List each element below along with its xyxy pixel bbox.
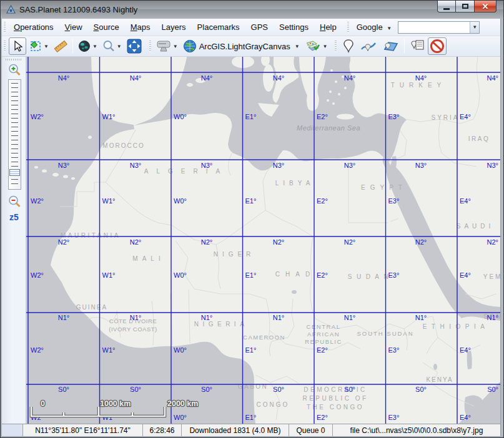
grid-label: N2° (487, 238, 498, 246)
menu-placemarks[interactable]: Placemarks (192, 20, 245, 34)
menu-source[interactable]: Source (88, 20, 125, 34)
grid-label: W0° (174, 346, 187, 354)
grid-label: N4° (487, 74, 498, 82)
grid-label: N2° (58, 238, 69, 246)
grid-label: N3° (130, 162, 141, 169)
search-engine-dropdown[interactable]: Google ▼ (352, 22, 394, 32)
menu-operations[interactable]: Operations (8, 20, 59, 34)
search-input[interactable] (398, 22, 470, 33)
magnifier-tool-button[interactable]: ▼ (101, 37, 124, 55)
grid-label: S0° (130, 386, 141, 393)
grid-label: N2° (273, 238, 284, 246)
country-label: MOROCCO (102, 142, 144, 149)
country-label: TURKEY (391, 82, 447, 89)
add-path-button[interactable] (358, 37, 378, 55)
path-tool-icon (360, 39, 377, 53)
maximize-button[interactable] (456, 1, 474, 12)
grid-label: E3° (388, 271, 400, 279)
chevron-down-icon: ▼ (323, 44, 328, 49)
chevron-down-icon: ▼ (472, 24, 477, 30)
grid-label: N4° (415, 74, 427, 82)
placemark-manager-button[interactable] (408, 37, 427, 55)
grid-label: E2° (317, 271, 328, 279)
toolbar-grip[interactable] (4, 41, 6, 52)
country-label: CHAD (275, 271, 315, 278)
ruler-tool-button[interactable] (52, 37, 69, 55)
country-label: CONGO (257, 401, 290, 408)
grid-label: N1° (130, 314, 141, 321)
grid-label: W1° (102, 271, 116, 279)
magnifier-icon (102, 40, 115, 52)
selection-rect-icon (29, 40, 42, 52)
grid-label: E3° (388, 113, 400, 120)
grid-label: W0° (174, 113, 187, 120)
grid-label: N4° (58, 74, 69, 82)
download-device-icon (156, 39, 171, 53)
fullscreen-button[interactable] (125, 37, 144, 55)
add-placemark-button[interactable] (340, 37, 357, 55)
title-bar[interactable]: SAS.Planet 121009.6493 Nightly ✕ (1, 1, 503, 19)
status-queue: Queue 0 (289, 424, 333, 436)
menu-layers[interactable]: Layers (156, 20, 192, 34)
country-label: ETHIOPIA (423, 323, 490, 330)
grid-label: S0° (415, 386, 427, 393)
pointer-icon (12, 41, 23, 52)
add-polygon-button[interactable] (380, 37, 401, 55)
country-label: Mediterranean Sea (297, 124, 360, 132)
selection-tool-button[interactable]: ▼ (27, 37, 51, 55)
search-dropdown-button[interactable]: ▼ (470, 22, 479, 33)
chevron-down-icon: ▼ (117, 44, 122, 49)
grid-label: W2° (31, 197, 44, 205)
panel-grip[interactable] (6, 59, 22, 61)
search-combobox[interactable]: ▼ (398, 21, 480, 34)
grid-label: S0° (487, 386, 498, 393)
map-source-button[interactable]: ArcGIS.LightGrayCanvas ▼ (181, 37, 302, 55)
status-time: 6:28:46 (143, 424, 182, 436)
zoom-in-button[interactable] (7, 63, 22, 77)
grid-label: N1° (201, 314, 212, 321)
layers-icon (305, 39, 321, 53)
menu-maps[interactable]: Maps (125, 20, 156, 34)
toolbar-separator (404, 39, 405, 53)
ruler-icon (54, 40, 67, 52)
zoom-rect-tool-button[interactable]: ▼ (76, 37, 99, 55)
chevron-down-icon: ▼ (295, 44, 300, 49)
no-entry-icon (430, 39, 445, 54)
grid-label: E1° (245, 113, 257, 120)
country-label: LIBYA (275, 180, 315, 187)
menu-gps[interactable]: GPS (245, 20, 274, 34)
grid-label: E1° (245, 197, 257, 205)
pan-tool-button[interactable] (9, 37, 26, 55)
minimize-button[interactable] (437, 1, 456, 12)
layers-button[interactable]: ▼ (303, 37, 330, 55)
zoom-slider[interactable] (8, 79, 21, 190)
window-frame-right (500, 19, 504, 438)
grid-label: S0° (273, 386, 284, 393)
zoom-slider-thumb[interactable] (9, 169, 20, 176)
grid-label: W0° (174, 271, 187, 279)
grid-label: E2° (317, 197, 328, 205)
map-view[interactable]: MOROCCOALGERIATURKEYSYRIAIRAQMediterrane… (26, 57, 500, 424)
dark-globe-icon (78, 40, 91, 52)
menu-settings[interactable]: Settings (274, 20, 314, 34)
scale-bar-label: 0 (41, 399, 45, 408)
grid-label: N1° (273, 314, 284, 321)
toolbar-grip[interactable] (335, 41, 337, 52)
grid-label: N3° (487, 162, 498, 169)
zoom-out-button[interactable] (7, 195, 22, 209)
download-manager-button[interactable]: ▼ (154, 37, 180, 55)
close-icon: ✕ (482, 2, 489, 11)
toolbar-grip[interactable] (149, 41, 151, 52)
grid-label: E3° (388, 197, 400, 205)
grid-label: E3° (388, 414, 400, 421)
toolbar-grip[interactable] (347, 22, 349, 33)
menu-view[interactable]: View (59, 20, 88, 34)
grid-label: N1° (415, 314, 427, 321)
hide-placemarks-button[interactable] (428, 37, 447, 55)
grid-label: N1° (487, 314, 498, 321)
grid-label: S0° (58, 386, 69, 393)
zoom-level-label: z5 (9, 212, 19, 222)
menu-help[interactable]: Help (314, 20, 342, 34)
toolbar-grip[interactable] (4, 22, 6, 33)
close-button[interactable]: ✕ (474, 1, 497, 12)
